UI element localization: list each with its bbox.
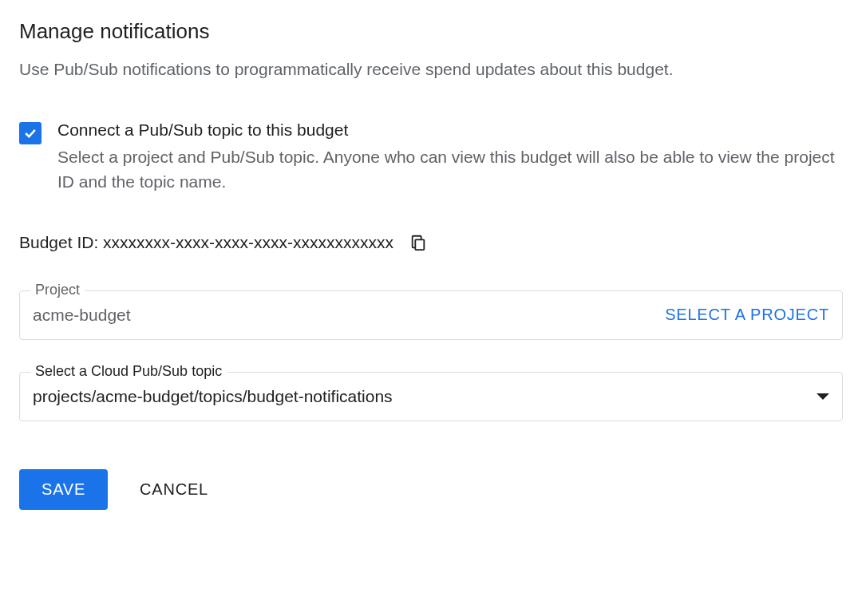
save-button[interactable]: SAVE (19, 469, 108, 510)
topic-field: Select a Cloud Pub/Sub topic projects/ac… (19, 372, 843, 421)
checkmark-icon (22, 125, 38, 141)
project-field-label: Project (30, 282, 85, 298)
pubsub-checkbox-row: Connect a Pub/Sub topic to this budget S… (19, 120, 843, 195)
copy-icon[interactable] (409, 234, 427, 251)
budget-id-value: xxxxxxxx-xxxx-xxxx-xxxx-xxxxxxxxxxxx (103, 233, 393, 251)
checkbox-content: Connect a Pub/Sub topic to this budget S… (57, 120, 843, 195)
page-title: Manage notifications (19, 19, 843, 44)
topic-field-value: projects/acme-budget/topics/budget-notif… (33, 387, 393, 406)
page-description: Use Pub/Sub notifications to programmati… (19, 57, 843, 82)
select-project-button[interactable]: SELECT A PROJECT (665, 306, 829, 324)
budget-id-row: Budget ID: xxxxxxxx-xxxx-xxxx-xxxx-xxxxx… (19, 233, 843, 252)
chevron-down-icon (817, 393, 829, 400)
budget-id-text: Budget ID: xxxxxxxx-xxxx-xxxx-xxxx-xxxxx… (19, 233, 393, 252)
button-row: SAVE CANCEL (19, 469, 843, 510)
cancel-button[interactable]: CANCEL (140, 480, 208, 499)
project-field-border[interactable]: acme-budget SELECT A PROJECT (19, 290, 843, 340)
checkbox-description: Select a project and Pub/Sub topic. Anyo… (57, 144, 843, 195)
svg-rect-0 (415, 239, 424, 250)
pubsub-checkbox[interactable] (19, 122, 42, 144)
project-field-value: acme-budget (33, 306, 131, 325)
topic-field-label: Select a Cloud Pub/Sub topic (30, 363, 227, 380)
checkbox-label: Connect a Pub/Sub topic to this budget (57, 120, 843, 140)
project-field: Project acme-budget SELECT A PROJECT (19, 290, 843, 340)
budget-id-label: Budget ID: (19, 233, 103, 251)
